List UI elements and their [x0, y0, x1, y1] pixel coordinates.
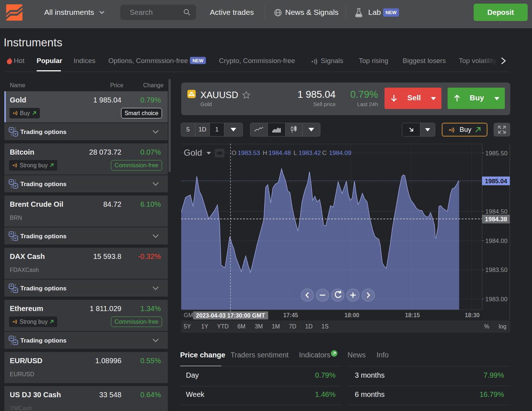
svg-text:H: H [263, 150, 267, 156]
svg-text:17:45: 17:45 [283, 312, 298, 318]
svg-text:1983.00: 1983.00 [485, 296, 507, 303]
svg-text:1985.04: 1985.04 [485, 178, 507, 185]
svg-text:C: C [322, 150, 327, 156]
svg-text:1985.50: 1985.50 [485, 150, 507, 157]
svg-text:2023-04-03 17:30:00 GMT: 2023-04-03 17:30:00 GMT [196, 313, 265, 319]
svg-text:1983.53: 1983.53 [238, 150, 260, 156]
svg-text:1984.09: 1984.09 [329, 150, 351, 156]
svg-text:18:00: 18:00 [345, 312, 359, 318]
svg-text:O: O [232, 150, 236, 156]
svg-text:18:15: 18:15 [405, 312, 420, 318]
svg-text:1984.38: 1984.38 [485, 216, 507, 223]
svg-text:1984.50: 1984.50 [485, 208, 507, 215]
svg-text:1983.42: 1983.42 [299, 150, 321, 156]
svg-text:1984.48: 1984.48 [269, 150, 291, 156]
svg-text:1984.00: 1984.00 [485, 238, 507, 244]
svg-text:Gold: Gold [184, 148, 202, 158]
svg-text:18:30: 18:30 [465, 312, 480, 318]
svg-text:1983.50: 1983.50 [485, 267, 507, 273]
svg-text:L: L [294, 150, 297, 156]
